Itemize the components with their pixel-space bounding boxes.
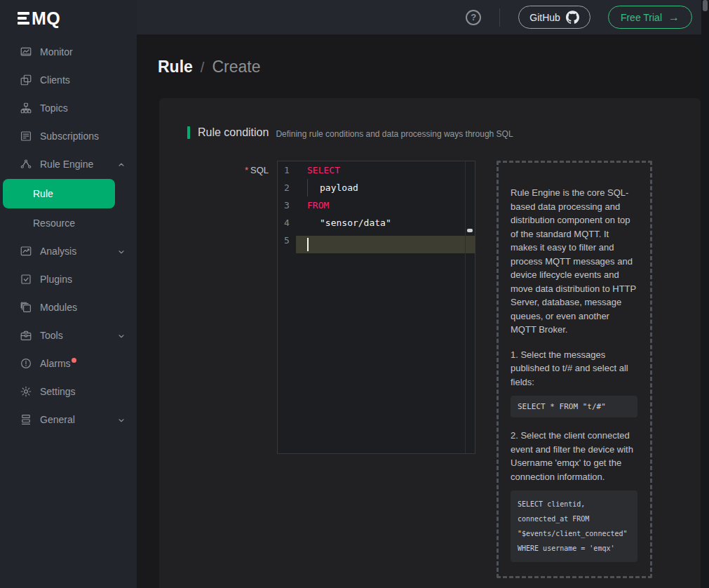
- alarms-icon: [20, 357, 32, 370]
- sidebar-item-monitor[interactable]: Monitor: [0, 38, 137, 66]
- code-text: FROM: [307, 200, 329, 211]
- clients-icon: [20, 74, 32, 86]
- sidebar-item-analysis[interactable]: Analysis: [0, 237, 137, 265]
- settings-gear-icon: [20, 385, 32, 398]
- section-header: Rule condition Defining rule conditions …: [187, 126, 701, 139]
- analysis-icon: [20, 245, 32, 258]
- rule-engine-icon: [20, 158, 32, 171]
- general-icon: [20, 413, 32, 426]
- arrow-right-icon: →: [668, 12, 680, 23]
- sidebar-item-rule-engine[interactable]: Rule Engine: [0, 150, 137, 178]
- code-sample-line: connected_at FROM: [518, 512, 630, 526]
- sidebar-item-topics[interactable]: Topics: [0, 94, 137, 122]
- editor-line: 2 payload: [278, 179, 475, 196]
- sidebar-item-tools[interactable]: Tools: [0, 321, 137, 349]
- text-cursor: [307, 238, 309, 251]
- sidebar-item-label: Analysis: [40, 246, 76, 257]
- breadcrumb-create: Create: [212, 58, 260, 76]
- breadcrumb: Rule / Create: [158, 58, 709, 76]
- page-scrollbar[interactable]: [701, 0, 709, 588]
- help-column: Rule Engine is the core SQL-based data p…: [497, 161, 652, 588]
- sidebar-item-general[interactable]: General: [0, 406, 137, 434]
- topbar-divider: [499, 8, 500, 27]
- main-content: Rule / Create Rule condition Defining ru…: [137, 34, 709, 588]
- tools-icon: [20, 329, 32, 342]
- code-text: payload: [307, 182, 358, 193]
- sidebar: MQ Monitor Clients Topics Subscriptions: [0, 0, 137, 588]
- sidebar-item-resource[interactable]: Resource: [0, 209, 137, 237]
- line-number: 1: [278, 165, 296, 175]
- code-sample-line: WHERE username = 'emqx': [518, 541, 630, 556]
- section-title: Rule condition: [198, 126, 269, 139]
- topics-icon: [20, 102, 32, 114]
- editor-scrollbar-track[interactable]: [465, 161, 475, 453]
- editor-line: 1 SELECT: [278, 161, 475, 179]
- sidebar-item-modules[interactable]: Modules: [0, 293, 137, 321]
- help-code-sample-1: SELECT * FROM "t/#": [511, 396, 637, 417]
- chevron-up-icon: [117, 160, 126, 168]
- editor-line: 4 "sensor/data": [278, 214, 475, 232]
- required-mark: *: [245, 165, 248, 175]
- free-trial-button[interactable]: Free Trial →: [608, 6, 692, 29]
- sidebar-item-label: Clients: [40, 74, 70, 86]
- rule-create-card: Rule condition Defining rule conditions …: [159, 98, 701, 588]
- chevron-down-icon: [117, 331, 126, 340]
- sidebar-item-label: Settings: [40, 386, 76, 397]
- alarm-alert-dot: [72, 358, 76, 363]
- chevron-down-icon: [117, 247, 126, 255]
- breadcrumb-separator: /: [201, 60, 205, 76]
- sidebar-item-subscriptions[interactable]: Subscriptions: [0, 122, 137, 150]
- sidebar-item-rule[interactable]: Rule: [0, 179, 137, 208]
- github-button[interactable]: GitHub: [518, 6, 590, 29]
- sidebar-item-label: General: [40, 414, 75, 425]
- sidebar-item-label: Tools: [40, 330, 63, 341]
- line-number: 5: [278, 235, 296, 246]
- indent-guide: [307, 179, 308, 196]
- breadcrumb-rule[interactable]: Rule: [158, 58, 193, 76]
- sidebar-item-label: Plugins: [40, 274, 72, 285]
- emq-logo-icon: [18, 12, 29, 25]
- help-code-sample-2: SELECT clientid, connected_at FROM "$eve…: [511, 490, 637, 562]
- emq-logo-text: MQ: [32, 8, 60, 29]
- sidebar-item-label: Monitor: [40, 46, 73, 58]
- help-step-1: 1. Select the messages published to t/# …: [511, 348, 637, 389]
- code-sample-line: "$events/client_connected": [518, 526, 630, 541]
- sidebar-item-plugins[interactable]: Plugins: [0, 265, 137, 293]
- line-number: 4: [278, 218, 296, 228]
- sidebar-item-label: Subscriptions: [40, 131, 99, 142]
- help-panel: Rule Engine is the core SQL-based data p…: [497, 161, 652, 578]
- help-footer: For a detailed tutorial on the rule engi…: [511, 585, 645, 588]
- github-button-label: GitHub: [529, 12, 560, 23]
- sql-code-editor[interactable]: 1 SELECT 2 payload 3 FROM 4 "sensor/d: [277, 161, 475, 454]
- sidebar-item-label: Topics: [40, 102, 68, 114]
- sidebar-item-label: Rule Engine: [40, 159, 93, 170]
- help-question-icon[interactable]: ?: [466, 10, 481, 25]
- line-number: 2: [278, 182, 296, 193]
- plugins-icon: [20, 273, 32, 286]
- sql-label: *SQL: [187, 161, 269, 588]
- section-subtitle: Defining rule conditions and data proces…: [276, 127, 513, 139]
- editor-scrollbar-thumb[interactable]: [467, 229, 473, 232]
- sidebar-item-rule-pill[interactable]: Rule: [3, 179, 115, 208]
- github-icon: [566, 11, 579, 24]
- sidebar-nav: Monitor Clients Topics Subscriptions Rul: [0, 38, 137, 434]
- emq-logo[interactable]: MQ: [0, 0, 137, 36]
- line-number: 3: [278, 200, 296, 211]
- sidebar-item-alarms[interactable]: Alarms: [0, 349, 137, 377]
- editor-line: 3 FROM: [278, 196, 475, 214]
- free-trial-label: Free Trial: [621, 12, 662, 23]
- help-step-2: 2. Select the client connected event and…: [511, 429, 637, 483]
- rule-form: *SQL 1 SELECT 2 payload 3 FROM: [187, 161, 701, 588]
- subscriptions-icon: [20, 130, 32, 142]
- help-intro: Rule Engine is the core SQL-based data p…: [511, 186, 637, 337]
- modules-icon: [20, 301, 32, 314]
- sidebar-item-label: Modules: [40, 302, 77, 313]
- sidebar-item-settings[interactable]: Settings: [0, 377, 137, 406]
- topbar: ? GitHub Free Trial →: [137, 0, 709, 34]
- monitor-icon: [20, 46, 32, 58]
- page-scrollbar-thumb[interactable]: [703, 0, 708, 11]
- chevron-down-icon: [117, 415, 126, 424]
- sidebar-item-label: Alarms: [40, 358, 71, 369]
- sidebar-item-clients[interactable]: Clients: [0, 66, 137, 94]
- section-accent-bar: [187, 126, 190, 139]
